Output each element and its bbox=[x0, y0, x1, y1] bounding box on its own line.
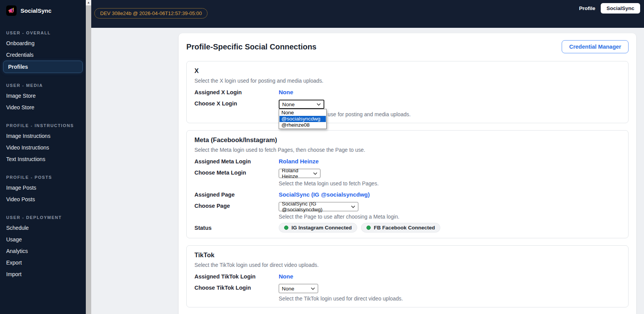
chevron-down-icon bbox=[351, 205, 355, 208]
choose-tiktok-login-helper: Select the TikTok login used for direct … bbox=[279, 296, 403, 302]
nav-section-label: PROFILE - POSTS bbox=[0, 173, 86, 182]
sidebar-item-export[interactable]: Export bbox=[0, 257, 86, 268]
section-tiktok-description: Select the TikTok login used for direct … bbox=[194, 262, 620, 268]
scrollbar-thumb[interactable] bbox=[86, 5, 91, 314]
main-content-area: Profile-Specific Social Connections Cred… bbox=[91, 28, 644, 314]
assigned-page-row: Assigned Page SocialSync (IG @socialsync… bbox=[194, 189, 620, 199]
credential-manager-button[interactable]: Credential Manager bbox=[562, 40, 629, 53]
nav-section-label: USER - DEPLOYMENT bbox=[0, 213, 86, 222]
card-header: Profile-Specific Social Connections Cred… bbox=[186, 39, 629, 54]
assigned-x-login-row: Assigned X Login None bbox=[194, 87, 620, 97]
status-label: Status bbox=[194, 224, 279, 231]
page-title: Profile-Specific Social Connections bbox=[186, 42, 317, 51]
assigned-x-login-value: None bbox=[279, 89, 293, 95]
sidebar-item-image-store[interactable]: Image Store bbox=[0, 90, 86, 102]
choose-meta-login-helper: Select the Meta login used to fetch Page… bbox=[279, 181, 378, 187]
chevron-down-icon bbox=[317, 103, 321, 106]
top-right-group: Profile SocialSync bbox=[579, 3, 640, 14]
section-meta: Meta (Facebook/Instagram) Select the Met… bbox=[186, 130, 629, 238]
chevron-down-icon bbox=[313, 172, 317, 175]
connections-card: Profile-Specific Social Connections Cred… bbox=[179, 33, 636, 314]
section-meta-description: Select the Meta login used to fetch Page… bbox=[194, 147, 620, 153]
sidebar: SocialSync USER - OVERALL Onboarding Cre… bbox=[0, 0, 86, 314]
nav-section-label: USER - OVERALL bbox=[0, 28, 86, 37]
app-logo-row: SocialSync bbox=[0, 0, 86, 20]
sidebar-item-image-posts[interactable]: Image Posts bbox=[0, 182, 86, 193]
vertical-scrollbar[interactable]: ▲ bbox=[86, 0, 91, 314]
sidebar-item-usage[interactable]: Usage bbox=[0, 234, 86, 245]
chevron-down-icon bbox=[311, 287, 315, 290]
dropdown-option-rheinze08[interactable]: @rheinze08 bbox=[279, 122, 326, 128]
choose-meta-login-row: Choose Meta Login Roland Heinze Select t… bbox=[194, 169, 620, 187]
assigned-meta-login-value: Roland Heinze bbox=[279, 158, 319, 165]
choose-page-select[interactable]: SocialSync (IG @socialsyncdwg) bbox=[279, 202, 358, 211]
choose-x-login-select[interactable]: None bbox=[279, 100, 324, 109]
megaphone-logo-icon bbox=[6, 5, 17, 16]
connected-dot-icon bbox=[366, 226, 371, 230]
assigned-tiktok-login-value: None bbox=[279, 273, 293, 280]
status-row: Status IG Instagram Connected FB Faceboo… bbox=[194, 222, 620, 233]
choose-tiktok-login-row: Choose TikTok Login None Select the TikT… bbox=[194, 284, 620, 302]
profile-label: Profile bbox=[579, 5, 595, 11]
sidebar-item-schedule[interactable]: Schedule bbox=[0, 222, 86, 234]
choose-page-helper: Select the Page to use after choosing a … bbox=[279, 214, 399, 220]
connected-dot-icon bbox=[284, 226, 288, 230]
scroll-up-arrow-icon[interactable]: ▲ bbox=[86, 0, 91, 5]
instagram-status-badge: IG Instagram Connected bbox=[279, 223, 357, 233]
nav-section-user-deployment: USER - DEPLOYMENT Schedule Usage Analyti… bbox=[0, 213, 86, 280]
facebook-status-badge: FB Facebook Connected bbox=[361, 223, 440, 233]
sidebar-item-analytics[interactable]: Analytics bbox=[0, 245, 86, 257]
choose-tiktok-login-select[interactable]: None bbox=[279, 284, 318, 293]
section-x-heading: X bbox=[194, 67, 620, 75]
choose-meta-login-label: Choose Meta Login bbox=[194, 169, 279, 176]
dropdown-option-none[interactable]: None bbox=[279, 110, 326, 116]
choose-tiktok-login-label: Choose TikTok Login bbox=[194, 284, 279, 291]
assigned-tiktok-login-row: Assigned TikTok Login None bbox=[194, 271, 620, 281]
sidebar-item-import[interactable]: Import bbox=[0, 268, 86, 280]
status-badges: IG Instagram Connected FB Facebook Conne… bbox=[279, 223, 440, 233]
sidebar-item-video-posts[interactable]: Video Posts bbox=[0, 193, 86, 205]
dev-build-badge: DEV 308e24b @ 2026-04-06T12:57:39-05:00 bbox=[94, 8, 208, 19]
sidebar-item-image-instructions[interactable]: Image Instructions bbox=[0, 130, 86, 142]
choose-page-row: Choose Page SocialSync (IG @socialsyncdw… bbox=[194, 202, 620, 220]
profile-selector-button[interactable]: SocialSync bbox=[601, 3, 640, 14]
nav-section-profile-instructions: PROFILE - INSTRUCTIONS Image Instruction… bbox=[0, 121, 86, 165]
section-tiktok: TikTok Select the TikTok login used for … bbox=[186, 245, 629, 307]
nav-section-label: PROFILE - INSTRUCTIONS bbox=[0, 121, 86, 130]
section-meta-heading: Meta (Facebook/Instagram) bbox=[194, 136, 620, 144]
choose-page-label: Choose Page bbox=[194, 202, 279, 209]
nav-section-user-media: USER - MEDIA Image Store Video Store bbox=[0, 81, 86, 113]
choose-x-login-label: Choose X Login bbox=[194, 100, 279, 107]
sidebar-item-onboarding[interactable]: Onboarding bbox=[0, 37, 86, 49]
sidebar-item-text-instructions[interactable]: Text Instructions bbox=[0, 153, 86, 165]
assigned-page-value: SocialSync (IG @socialsyncdwg) bbox=[279, 191, 370, 198]
choose-x-login-row: Choose X Login None None @socialsyncdwg bbox=[194, 100, 620, 117]
sidebar-item-video-instructions[interactable]: Video Instructions bbox=[0, 142, 86, 153]
section-tiktok-heading: TikTok bbox=[194, 251, 620, 259]
nav-section-user-overall: USER - OVERALL Onboarding Credentials Pr… bbox=[0, 28, 86, 73]
app-name: SocialSync bbox=[20, 7, 51, 14]
assigned-page-label: Assigned Page bbox=[194, 191, 279, 198]
assigned-meta-login-row: Assigned Meta Login Roland Heinze bbox=[194, 156, 620, 166]
assigned-meta-login-label: Assigned Meta Login bbox=[194, 158, 279, 165]
x-login-dropdown: None @socialsyncdwg @rheinze08 bbox=[279, 109, 327, 129]
dropdown-option-socialsyncdwg[interactable]: @socialsyncdwg bbox=[279, 116, 326, 122]
nav-section-label: USER - MEDIA bbox=[0, 81, 86, 90]
sidebar-item-credentials[interactable]: Credentials bbox=[0, 49, 86, 61]
choose-meta-login-select[interactable]: Roland Heinze bbox=[279, 169, 320, 178]
nav-section-profile-posts: PROFILE - POSTS Image Posts Video Posts bbox=[0, 173, 86, 205]
sidebar-item-profiles[interactable]: Profiles bbox=[3, 61, 83, 73]
assigned-x-login-label: Assigned X Login bbox=[194, 88, 279, 95]
section-x: X Select the X login used for posting an… bbox=[186, 61, 629, 123]
assigned-tiktok-login-label: Assigned TikTok Login bbox=[194, 273, 279, 280]
section-x-description: Select the X login used for posting and … bbox=[194, 78, 620, 84]
sidebar-item-video-store[interactable]: Video Store bbox=[0, 102, 86, 113]
top-bar: DEV 308e24b @ 2026-04-06T12:57:39-05:00 … bbox=[91, 0, 644, 28]
